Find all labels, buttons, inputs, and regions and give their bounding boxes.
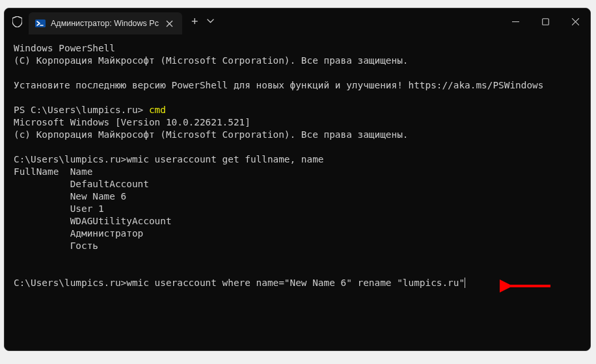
- active-tab[interactable]: Администратор: Windows Pc: [29, 12, 182, 34]
- output-line: FullName Name: [14, 166, 92, 177]
- output-line: New Name 6: [14, 191, 126, 202]
- terminal-window: Администратор: Windows Pc + Windows Powe…: [4, 8, 591, 351]
- terminal-output[interactable]: Windows PowerShell (C) Корпорация Майкро…: [5, 34, 590, 350]
- tab-dropdown-icon[interactable]: [207, 17, 214, 26]
- svg-rect-0: [35, 20, 46, 27]
- svg-rect-5: [542, 18, 549, 25]
- maximize-button[interactable]: [530, 8, 560, 34]
- output-line: C:\Users\lumpics.ru>wmic useraccount whe…: [14, 278, 465, 288]
- new-tab-button[interactable]: +: [191, 15, 198, 29]
- powershell-icon: [35, 18, 46, 29]
- text-cursor: [465, 278, 465, 288]
- close-button[interactable]: [560, 8, 590, 34]
- output-line: Гость: [14, 240, 98, 251]
- titlebar: Администратор: Windows Pc +: [5, 8, 590, 34]
- tab-close-icon[interactable]: [164, 18, 176, 29]
- window-controls: [500, 8, 590, 34]
- output-line: C:\Users\lumpics.ru>wmic useraccount get…: [14, 154, 324, 164]
- output-line: (C) Корпорация Майкрософт (Microsoft Cor…: [14, 55, 408, 66]
- output-line: (c) Корпорация Майкрософт (Microsoft Cor…: [14, 129, 408, 140]
- tab-title: Администратор: Windows Pc: [51, 19, 159, 28]
- output-line: WDAGUtilityAccount: [14, 216, 172, 226]
- command: cmd: [149, 105, 166, 115]
- output-line: Microsoft Windows [Version 10.0.22621.52…: [14, 117, 251, 127]
- prompt: PS C:\Users\lumpics.ru>: [14, 105, 149, 115]
- output-line: User 1: [14, 203, 104, 214]
- shield-icon: [12, 16, 22, 27]
- minimize-button[interactable]: [500, 8, 530, 34]
- output-line: Windows PowerShell: [14, 43, 115, 53]
- output-line: DefaultAccount: [14, 179, 149, 189]
- output-line: Установите последнюю версию PowerShell д…: [14, 80, 543, 90]
- output-line: Администратор: [14, 228, 143, 239]
